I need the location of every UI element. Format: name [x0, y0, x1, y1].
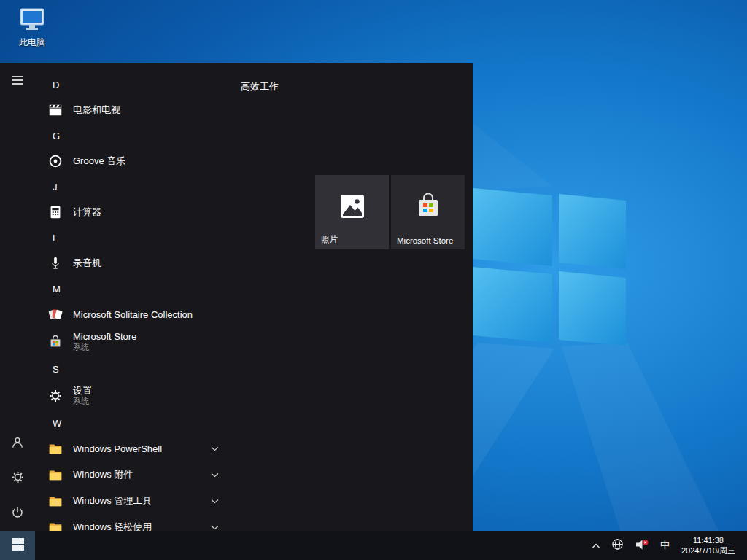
solitaire-cards-icon	[47, 306, 64, 323]
app-item-label: Windows 附件	[73, 468, 133, 481]
volume-muted-button[interactable]	[632, 537, 651, 555]
app-item-label: 电影和电视	[73, 104, 120, 117]
section-letter-g[interactable]: G	[35, 123, 241, 148]
tile-label: 照片	[321, 234, 338, 245]
globe-network-icon	[611, 538, 624, 553]
ime-indicator[interactable]: 中	[658, 539, 672, 552]
hamburger-icon	[12, 75, 23, 88]
chevron-down-icon[interactable]	[211, 446, 219, 451]
app-item-groove-music[interactable]: Groove 音乐	[35, 148, 241, 174]
start-menu-app-list: D 电影和电视 G	[35, 63, 241, 531]
chevron-down-icon[interactable]	[211, 525, 219, 530]
app-item-label: Windows 轻松使用	[73, 521, 152, 531]
clock-time: 11:41:38	[681, 535, 735, 545]
taskbar: 中 11:41:38 2024/7/10/周三	[0, 531, 747, 560]
app-item-label: 录音机	[73, 257, 101, 270]
groove-music-icon	[47, 152, 64, 170]
app-folder-windows-ease-of-access[interactable]: Windows 轻松使用	[35, 514, 241, 531]
section-letter-label: D	[53, 79, 59, 90]
gear-icon	[11, 470, 25, 486]
app-item-sublabel: 系统	[73, 397, 92, 406]
folder-icon	[47, 518, 64, 531]
app-folder-windows-admin-tools[interactable]: Windows 管理工具	[35, 488, 241, 514]
taskbar-clock[interactable]: 11:41:38 2024/7/10/周三	[678, 535, 738, 556]
microphone-icon	[47, 254, 64, 272]
screen: 此电脑	[0, 0, 747, 560]
computer-icon	[18, 7, 47, 35]
section-letter-label: W	[53, 418, 61, 429]
tray-overflow-button[interactable]	[589, 539, 603, 553]
settings-gear-icon	[47, 387, 64, 405]
user-account-button[interactable]	[0, 426, 35, 461]
app-item-solitaire[interactable]: Microsoft Solitaire Collection	[35, 301, 241, 327]
section-letter-w[interactable]: W	[35, 411, 241, 435]
clock-date: 2024/7/10/周三	[681, 545, 735, 556]
app-item-microsoft-store[interactable]: Microsoft Store 系统	[35, 327, 241, 357]
app-item-settings[interactable]: 设置 系统	[35, 381, 241, 411]
app-item-label: Windows PowerShell	[73, 443, 162, 454]
app-item-movies-tv[interactable]: 电影和电视	[35, 97, 241, 123]
hamburger-menu-button[interactable]	[0, 63, 35, 98]
user-icon	[10, 435, 25, 452]
section-letter-m[interactable]: M	[35, 276, 241, 301]
app-item-sublabel: 系统	[73, 343, 136, 352]
app-item-label: 计算器	[73, 206, 101, 219]
section-letter-label: S	[53, 364, 59, 375]
windows-logo-icon	[12, 538, 24, 553]
section-letter-s[interactable]: S	[35, 357, 241, 381]
app-item-label: Groove 音乐	[73, 155, 125, 168]
section-letter-d[interactable]: D	[35, 72, 241, 97]
start-menu-tiles-area: 高效工作 照片	[241, 63, 473, 531]
system-tray: 中 11:41:38 2024/7/10/周三	[589, 531, 747, 560]
section-letter-j[interactable]: J	[35, 174, 241, 199]
network-status-button[interactable]	[609, 537, 626, 554]
tile-microsoft-store[interactable]: Microsoft Store	[391, 175, 465, 249]
section-letter-label: M	[53, 284, 61, 295]
app-item-voice-recorder[interactable]: 录音机	[35, 250, 241, 276]
power-icon	[11, 506, 24, 521]
chevron-up-icon	[592, 540, 600, 551]
tile-photos[interactable]: 照片	[315, 175, 389, 249]
this-pc-label: 此电脑	[19, 36, 45, 49]
section-letter-label: J	[53, 182, 58, 192]
calculator-icon	[47, 203, 64, 221]
start-menu: D 电影和电视 G	[0, 63, 473, 531]
movies-tv-icon	[47, 101, 64, 119]
app-item-label: Windows 管理工具	[73, 494, 152, 508]
chevron-down-icon[interactable]	[211, 472, 219, 478]
app-item-label: Microsoft Solitaire Collection	[73, 309, 193, 320]
section-letter-l[interactable]: L	[35, 225, 241, 250]
folder-icon	[47, 492, 64, 510]
speaker-muted-icon	[635, 538, 649, 553]
this-pc-icon[interactable]: 此电脑	[10, 7, 54, 49]
start-menu-rail	[0, 63, 35, 531]
photos-icon	[339, 193, 365, 222]
app-folder-windows-powershell[interactable]: Windows PowerShell	[35, 435, 241, 462]
tile-grid: 照片 Microsoft Store	[315, 175, 465, 249]
folder-icon	[47, 466, 64, 483]
section-letter-label: G	[53, 131, 60, 141]
app-item-calculator[interactable]: 计算器	[35, 199, 241, 225]
settings-rail-button[interactable]	[0, 461, 35, 496]
tile-group-title[interactable]: 高效工作	[241, 80, 279, 93]
app-item-label: 设置	[73, 386, 92, 397]
chevron-down-icon[interactable]	[211, 499, 219, 504]
app-item-label: Microsoft Store	[73, 332, 136, 343]
folder-icon	[47, 440, 64, 457]
power-button[interactable]	[0, 496, 35, 531]
start-button[interactable]	[0, 531, 35, 560]
store-bag-icon	[47, 333, 64, 351]
store-bag-icon	[416, 192, 441, 223]
section-letter-label: L	[53, 233, 58, 244]
tile-label: Microsoft Store	[397, 236, 453, 245]
app-folder-windows-accessories[interactable]: Windows 附件	[35, 462, 241, 488]
